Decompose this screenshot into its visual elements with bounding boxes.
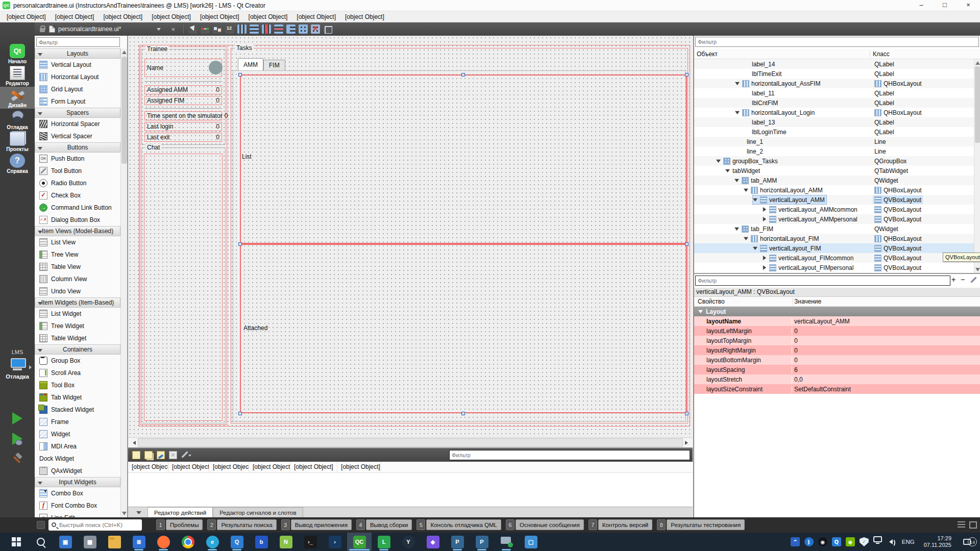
scroll-up-icon[interactable]	[975, 61, 980, 65]
inspector-row[interactable]: horizontalLayout_AMM QHBoxLayout	[694, 185, 974, 195]
maximize-button[interactable]: □	[933, 0, 957, 11]
designer-tool-icon[interactable]	[262, 24, 271, 34]
taskbar-icon[interactable]: P	[445, 533, 470, 551]
widget-box-row[interactable]: Containers	[35, 344, 120, 355]
output-pane-button[interactable]: 8 Результаты тестирования	[657, 519, 745, 530]
property-value[interactable]: 0	[792, 337, 980, 344]
widget-box-row[interactable]: Vertical Spacer	[35, 130, 120, 142]
object-name-cell[interactable]: horizontalLayout_AssFIM	[735, 79, 822, 88]
expand-chevron-icon[interactable]	[716, 159, 721, 163]
widget-box-row[interactable]: Horizontal Layout	[35, 71, 120, 83]
inspector-filter-input[interactable]	[695, 37, 979, 47]
mode-button[interactable]: ? Справка	[0, 153, 35, 174]
inspector-row[interactable]: tabWidget QTabWidget	[694, 166, 974, 176]
form-editor-canvas[interactable]: Trainee Name Assigned AMM 0 Assigned FIM…	[128, 36, 693, 448]
taskbar-icon[interactable]: e	[200, 533, 225, 551]
object-name-cell[interactable]: groupBox_Tasks	[716, 157, 779, 165]
action-column-header[interactable]: [object Object]	[128, 462, 168, 472]
expand-chevron-icon[interactable]	[734, 227, 739, 231]
selection-handle[interactable]	[238, 73, 242, 77]
object-name-cell[interactable]: line_2	[747, 147, 765, 156]
taskbar-icon[interactable]: ◆	[421, 533, 445, 551]
widget-box-row[interactable]: Check Box	[35, 189, 120, 202]
widget-box-row[interactable]: Push Button	[35, 153, 120, 165]
property-value[interactable]: 6	[792, 366, 980, 373]
scroll-up-icon[interactable]	[122, 51, 127, 54]
scrollbar-thumb[interactable]	[121, 57, 127, 164]
widget-box-row[interactable]: MDI Area	[35, 440, 120, 453]
output-pane-button[interactable]: 1 Проблемы	[156, 519, 203, 530]
scroll-right-icon[interactable]	[683, 438, 693, 447]
taskbar-icon[interactable]: Q	[225, 533, 249, 551]
stat-row[interactable]: Last exit 0	[144, 133, 222, 142]
selected-layout-top-cell[interactable]	[240, 74, 687, 244]
scroll-down-icon[interactable]	[975, 268, 980, 271]
taskbar-icon[interactable]: ▢	[519, 533, 543, 551]
locator-icon[interactable]	[37, 521, 45, 529]
property-value[interactable]: 0	[792, 347, 980, 354]
stat-row[interactable]: Last login 0	[144, 122, 222, 131]
class-column-header[interactable]: Класс	[873, 51, 890, 58]
widget-box-row[interactable]: Tree View	[35, 248, 120, 261]
expand-chevron-icon[interactable]	[744, 236, 748, 241]
inspector-row[interactable]: verticalLayout_AMMpersonal QVBoxLayout	[694, 214, 974, 224]
widget-box-row[interactable]: Dock Widget	[35, 453, 120, 465]
widget-box-row[interactable]: Stacked Widget	[35, 404, 120, 416]
tray-icon[interactable]	[873, 536, 882, 542]
action-column-header[interactable]: [object Object]	[337, 462, 381, 472]
object-name-cell[interactable]: verticalLayout_AMM	[753, 195, 826, 204]
output-pane-button[interactable]: 2 Результаты поиска	[207, 519, 276, 530]
inspector-row[interactable]: verticalLayout_FIM QVBoxLayout	[694, 243, 974, 253]
inspector-row[interactable]: tab_FIM QWidget	[694, 224, 974, 234]
object-column-header[interactable]: Объект	[697, 51, 718, 58]
inspector-row[interactable]: lblCntFIM QLabel	[694, 98, 974, 108]
inspector-row[interactable]: verticalLayout_AMM QVBoxLayout	[694, 195, 974, 205]
kit-selector[interactable]: LMS Отладка	[0, 349, 35, 380]
expand-chevron-icon[interactable]	[762, 256, 767, 260]
taskbar-icon[interactable]: P	[470, 533, 494, 551]
designer-tool-icon[interactable]	[311, 24, 320, 34]
close-document-button[interactable]: ×	[171, 26, 175, 33]
close-button[interactable]: ×	[957, 0, 980, 11]
widget-box-row[interactable]: Form Layout	[35, 95, 120, 108]
taskbar-icon[interactable]	[4, 533, 29, 551]
selection-handle[interactable]	[685, 73, 689, 77]
inspector-row[interactable]: lblTimeExit QLabel	[694, 69, 974, 79]
property-value[interactable]: SetDefaultConstraint	[792, 386, 980, 393]
object-name-cell[interactable]: tab_AMM	[734, 176, 778, 185]
widget-box-row[interactable]: Layouts	[35, 48, 120, 59]
action-filter-input[interactable]	[449, 450, 690, 460]
scrollbar-thumb[interactable]	[138, 438, 683, 447]
inspector-row[interactable]: horizontalLayout_FIM QHBoxLayout	[694, 234, 974, 243]
quick-search-input[interactable]	[58, 521, 135, 529]
widget-box-row[interactable]: Command Link Button	[35, 202, 120, 214]
menu-item[interactable]: [object Object]	[292, 11, 340, 22]
widget-box-row[interactable]: Line Edit	[35, 512, 120, 517]
sidebar-action-button[interactable]	[0, 429, 35, 449]
selection-handle[interactable]	[685, 412, 689, 415]
object-name-cell[interactable]: verticalLayout_FIM	[753, 244, 822, 253]
inspector-row[interactable]: line_1 Line	[694, 137, 974, 146]
menu-item[interactable]: [object Object]	[51, 11, 99, 22]
inspector-row[interactable]: verticalLayout_FIMpersonal QVBoxLayout	[694, 263, 974, 272]
expand-chevron-icon[interactable]	[725, 168, 730, 173]
lock-icon[interactable]	[40, 28, 45, 32]
mode-button[interactable]: Отладка	[0, 109, 35, 131]
selection-handle[interactable]	[461, 73, 465, 77]
taskbar-icon[interactable]: L	[372, 533, 396, 551]
kit-expand-icon[interactable]	[29, 365, 34, 369]
designer-tool-icon[interactable]	[188, 24, 198, 34]
menu-item[interactable]: [object Object]	[195, 11, 244, 22]
widget-box-row[interactable]: Horizontal Spacer	[35, 118, 120, 130]
taskbar-icon[interactable]: ›_	[298, 533, 323, 551]
notification-center[interactable]: 14	[963, 537, 977, 546]
add-property-button[interactable]: +	[949, 276, 958, 284]
property-row[interactable]: layoutTopMargin 0	[694, 336, 980, 345]
column-divider[interactable]	[870, 50, 870, 58]
property-column-header[interactable]: Свойство	[698, 298, 725, 305]
configure-properties-icon[interactable]	[970, 276, 978, 284]
mode-button[interactable]: Проекты	[0, 131, 35, 153]
column-divider[interactable]	[792, 298, 793, 305]
taskbar-icon[interactable]	[102, 533, 127, 551]
scroll-down-icon[interactable]	[122, 512, 127, 515]
